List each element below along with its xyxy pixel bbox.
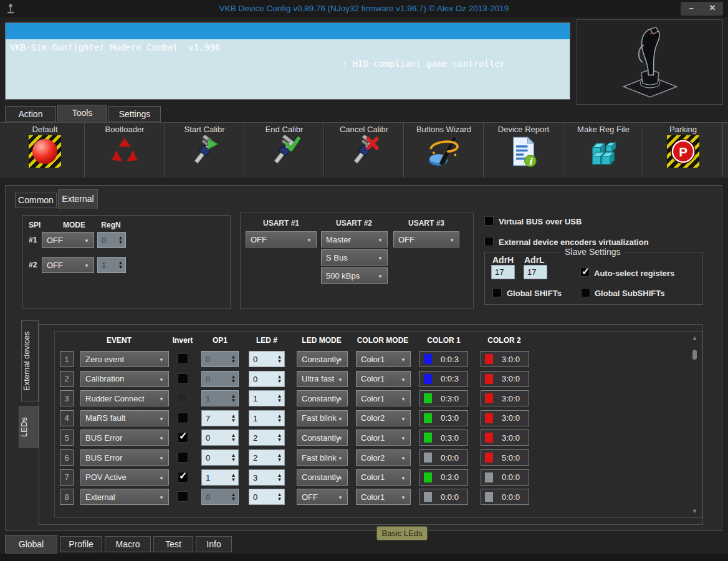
spinner-arrows-icon[interactable]: ▲▼ — [229, 450, 238, 465]
led-mode-dropdown[interactable]: Constantly▼ — [297, 390, 348, 406]
default-button[interactable]: Default — [5, 123, 85, 178]
tab-info[interactable]: Info — [196, 536, 232, 552]
invert-checkbox[interactable] — [178, 393, 188, 403]
global-subshifts-checkbox[interactable] — [581, 288, 590, 297]
color1-cell[interactable]: 0:0:0 — [419, 489, 468, 505]
row-number[interactable]: 7 — [60, 469, 74, 486]
led-mode-dropdown[interactable]: Constantly▼ — [297, 429, 348, 446]
led-mode-dropdown[interactable]: Fast blink▼ — [297, 410, 348, 426]
invert-checkbox[interactable] — [178, 452, 188, 463]
usart1-mode-dropdown[interactable]: OFF▼ — [246, 231, 317, 247]
cancel-calibr-button[interactable]: Cancel Calibr — [324, 123, 404, 178]
invert-checkbox[interactable] — [178, 432, 188, 443]
row-number[interactable]: 5 — [60, 429, 74, 446]
spinner-arrows-icon[interactable]: ▲▼ — [275, 391, 284, 406]
spinner-arrows-icon[interactable]: ▲▼ — [229, 489, 238, 504]
make-reg-file-button[interactable]: Make Reg File — [563, 123, 643, 178]
led-mode-dropdown[interactable]: OFF▼ — [297, 489, 348, 505]
color2-cell[interactable]: 5:0:0 — [481, 449, 529, 466]
led-number-spinner[interactable]: 0 ▲▼ — [249, 351, 285, 367]
led-number-spinner[interactable]: 2 ▲▼ — [249, 429, 285, 446]
usart3-mode-dropdown[interactable]: OFF▼ — [393, 231, 459, 247]
tab-global[interactable]: Global — [5, 535, 57, 554]
tab-external[interactable]: External — [58, 189, 98, 209]
global-shifts-checkbox[interactable] — [492, 288, 502, 297]
row-number[interactable]: 8 — [60, 489, 74, 505]
adrl-field[interactable]: 17 — [524, 265, 547, 279]
color-mode-dropdown[interactable]: Color1▼ — [356, 390, 411, 406]
color-mode-dropdown[interactable]: Color2▼ — [356, 410, 411, 426]
side-tab-leds[interactable]: LEDs — [19, 406, 39, 448]
spinner-arrows-icon[interactable]: ▲▼ — [229, 352, 238, 367]
tab-macro[interactable]: Macro — [105, 536, 151, 552]
adrh-field[interactable]: 17 — [491, 265, 515, 279]
spinner-arrows-icon[interactable]: ▲▼ — [229, 470, 238, 485]
op1-spinner[interactable]: 1 ▲▼ — [201, 469, 239, 486]
event-dropdown[interactable]: Rudder Connect▼ — [80, 390, 169, 406]
op1-spinner[interactable]: 0 ▲▼ — [201, 449, 239, 466]
color2-cell[interactable]: 3:0:0 — [481, 390, 529, 406]
led-number-spinner[interactable]: 2 ▲▼ — [249, 449, 285, 466]
start-calibr-button[interactable]: Start Calibr — [165, 123, 244, 178]
color1-cell[interactable]: 0:3:0 — [419, 410, 468, 426]
buttons-wizard-button[interactable]: Buttons Wizard — [404, 123, 484, 178]
spinner-arrows-icon[interactable]: ▲▼ — [275, 430, 284, 445]
color1-cell[interactable]: 0:0:0 — [419, 449, 468, 466]
op1-spinner[interactable]: 0 ▲▼ — [201, 489, 239, 505]
auto-select-registers-checkbox[interactable] — [580, 267, 590, 277]
tab-tools[interactable]: Tools — [57, 105, 107, 122]
row-number[interactable]: 1 — [60, 351, 74, 367]
vertical-scrollbar[interactable]: ▲ ▼ — [691, 335, 699, 514]
spinner-arrows-icon[interactable]: ▲▼ — [116, 257, 125, 272]
spinner-arrows-icon[interactable]: ▲▼ — [229, 391, 238, 406]
color2-cell[interactable]: 3:0:0 — [481, 351, 529, 367]
spinner-arrows-icon[interactable]: ▲▼ — [229, 372, 238, 386]
scroll-down-icon[interactable]: ▼ — [691, 508, 699, 514]
virtual-bus-checkbox[interactable] — [484, 216, 494, 226]
color-mode-dropdown[interactable]: Color1▼ — [356, 351, 411, 367]
row-number[interactable]: 4 — [60, 410, 74, 426]
scroll-up-icon[interactable]: ▲ — [691, 335, 699, 341]
color2-cell[interactable]: 0:0:0 — [481, 469, 529, 486]
side-tab-external-devices[interactable]: External devices — [21, 320, 39, 401]
led-mode-dropdown[interactable]: Constantly▼ — [297, 351, 348, 367]
spinner-arrows-icon[interactable]: ▲▼ — [275, 372, 284, 386]
invert-checkbox[interactable] — [178, 353, 188, 364]
device-list-selected-row[interactable]: VKB-Sim Gunfighter Modern Combat v1.996 … — [6, 23, 570, 39]
tab-settings[interactable]: Settings — [108, 106, 161, 122]
spinner-arrows-icon[interactable]: ▲▼ — [116, 233, 125, 247]
event-dropdown[interactable]: Zero event▼ — [80, 351, 169, 367]
tab-profile[interactable]: Profile — [60, 536, 102, 552]
usart2-protocol-dropdown[interactable]: S Bus▼ — [321, 249, 388, 266]
op1-spinner[interactable]: 1 ▲▼ — [201, 390, 239, 406]
spinner-arrows-icon[interactable]: ▲▼ — [229, 411, 238, 426]
scrollbar-thumb[interactable] — [692, 350, 697, 360]
tab-common[interactable]: Common — [15, 193, 57, 208]
usart2-baud-dropdown[interactable]: 500 kBps▼ — [321, 267, 388, 284]
invert-checkbox[interactable] — [178, 373, 188, 384]
event-dropdown[interactable]: BUS Error▼ — [80, 449, 169, 466]
event-dropdown[interactable]: POV Active▼ — [80, 469, 169, 486]
led-number-spinner[interactable]: 0 ▲▼ — [249, 371, 285, 387]
color-mode-dropdown[interactable]: Color2▼ — [356, 449, 411, 466]
led-number-spinner[interactable]: 1 ▲▼ — [249, 410, 285, 426]
event-dropdown[interactable]: MaRS fault▼ — [80, 410, 169, 426]
spi2-mode-dropdown[interactable]: OFF▼ — [42, 257, 94, 273]
op1-spinner[interactable]: 0 ▲▼ — [201, 371, 239, 387]
ext-encoders-checkbox[interactable] — [484, 237, 494, 246]
color-mode-dropdown[interactable]: Color1▼ — [356, 371, 411, 387]
row-number[interactable]: 6 — [60, 449, 74, 466]
usart2-mode-dropdown[interactable]: Master▼ — [321, 231, 388, 247]
led-mode-dropdown[interactable]: Ultra fast▼ — [297, 371, 348, 387]
op1-spinner[interactable]: 0 ▲▼ — [201, 351, 239, 367]
color1-cell[interactable]: 0:3:0 — [419, 429, 468, 446]
bootloader-button[interactable]: Bootloader — [85, 123, 165, 178]
parking-button[interactable]: Parking P — [643, 123, 723, 178]
led-number-spinner[interactable]: 0 ▲▼ — [249, 489, 285, 505]
color1-cell[interactable]: 0:0:3 — [419, 351, 468, 367]
color2-cell[interactable]: 3:0:0 — [481, 410, 529, 426]
op1-spinner[interactable]: 7 ▲▼ — [201, 410, 239, 426]
end-calibr-button[interactable]: End Calibr — [244, 123, 324, 178]
color1-cell[interactable]: 0:0:3 — [419, 371, 468, 387]
event-dropdown[interactable]: BUS Error▼ — [80, 429, 169, 446]
